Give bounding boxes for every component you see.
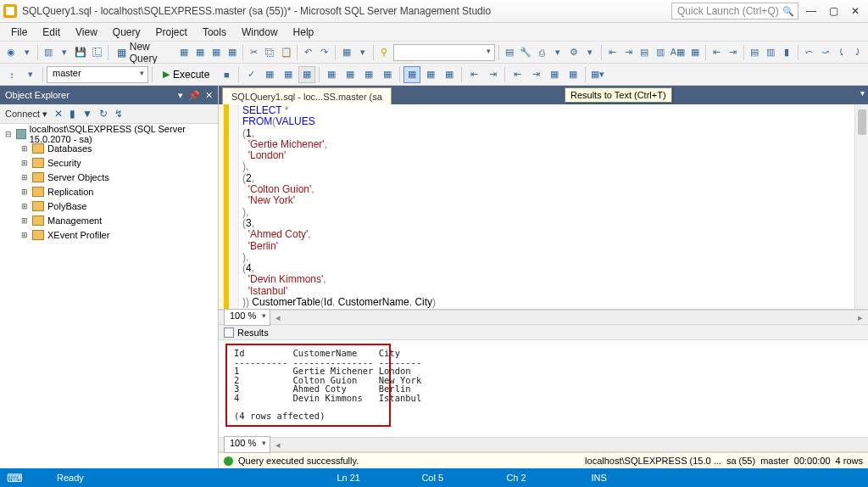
tb-icon-k[interactable]: ▾ bbox=[583, 44, 598, 61]
tb-icon-n[interactable]: ⇤ bbox=[709, 44, 724, 61]
expand-icon[interactable]: ⊞ bbox=[20, 159, 29, 167]
tb-icon-j[interactable]: ⚙ bbox=[567, 44, 581, 61]
undo-icon[interactable]: ↶ bbox=[301, 44, 315, 61]
menu-query[interactable]: Query bbox=[105, 24, 148, 41]
collapse-icon[interactable]: ⊟ bbox=[5, 130, 13, 138]
menu-help[interactable]: Help bbox=[286, 24, 322, 41]
panel-pin-icon[interactable]: 📌 bbox=[188, 90, 200, 101]
expand-icon[interactable]: ⊞ bbox=[20, 173, 29, 182]
redo-icon[interactable]: ↷ bbox=[317, 44, 331, 61]
zoom-combo-bottom[interactable]: 100 % bbox=[224, 436, 270, 453]
client-stats-icon[interactable]: ▦ bbox=[360, 66, 377, 83]
expand-icon[interactable]: ⊞ bbox=[20, 216, 29, 225]
activity-monitor-icon[interactable]: 🔧 bbox=[519, 44, 533, 61]
live-stats-icon[interactable]: ▦ bbox=[342, 66, 359, 83]
tb-icon-a[interactable]: ▦ bbox=[176, 44, 191, 61]
estimated-plan-icon[interactable]: ▦ bbox=[261, 66, 278, 83]
menu-file[interactable]: File bbox=[3, 24, 35, 41]
tb-icon-g[interactable]: ⚲ bbox=[377, 44, 392, 61]
maximize-button[interactable]: ▢ bbox=[824, 3, 843, 20]
stop-icon[interactable]: ▮ bbox=[70, 108, 75, 120]
close-button[interactable]: ✕ bbox=[846, 3, 865, 20]
tb-icon-r[interactable]: ⤺ bbox=[802, 44, 816, 61]
tb-icon-f[interactable]: ▾ bbox=[355, 44, 370, 61]
results-tab[interactable]: Results bbox=[219, 325, 868, 340]
tb2-icon-d[interactable]: ⇤ bbox=[509, 66, 526, 83]
tb-icon-b[interactable]: ▦ bbox=[192, 44, 207, 61]
tb-icon-l[interactable]: A▦ bbox=[670, 44, 686, 61]
tree-server-node[interactable]: ⊟ localhost\SQLEXPRESS (SQL Server 15.0.… bbox=[5, 126, 218, 141]
tree-folder-server-objects[interactable]: ⊞Server Objects bbox=[5, 170, 218, 184]
query-options-icon[interactable]: ▦ bbox=[280, 66, 297, 83]
comment-selection-icon[interactable]: ⇤ bbox=[465, 66, 482, 83]
uncomment-selection-icon[interactable]: ⇥ bbox=[484, 66, 501, 83]
menu-edit[interactable]: Edit bbox=[35, 24, 68, 41]
uncomment-icon[interactable]: ▥ bbox=[654, 44, 668, 61]
tb-icon-o[interactable]: ⇥ bbox=[726, 44, 740, 61]
vertical-scrollbar[interactable] bbox=[854, 104, 868, 309]
disconnect-icon[interactable]: ✕ bbox=[54, 108, 63, 120]
expand-icon[interactable]: ⊞ bbox=[20, 202, 29, 210]
tb-icon-s[interactable]: ⤻ bbox=[818, 44, 832, 61]
copy-icon[interactable]: ⿻ bbox=[263, 44, 277, 61]
oe-tb-icon[interactable]: ↯ bbox=[114, 108, 123, 120]
tree-folder-management[interactable]: ⊞Management bbox=[5, 213, 218, 227]
expand-icon[interactable]: ⊞ bbox=[20, 144, 29, 153]
tb-icon-e[interactable]: ▦ bbox=[339, 44, 353, 61]
tb2-icon-h[interactable]: ▦▾ bbox=[589, 66, 606, 83]
new-query-button[interactable]: ▦New Query bbox=[112, 41, 175, 64]
panel-close-icon[interactable]: ✕ bbox=[205, 90, 213, 101]
results-to-grid-button[interactable]: ▦ bbox=[422, 66, 439, 83]
quick-launch-input[interactable]: Quick Launch (Ctrl+Q) 🔍 bbox=[671, 3, 798, 20]
parse-icon[interactable]: ✓ bbox=[242, 66, 259, 83]
tb2-icon-c[interactable]: ▦ bbox=[379, 66, 396, 83]
menu-tools[interactable]: Tools bbox=[195, 24, 234, 41]
panel-dropdown-icon[interactable]: ▾ bbox=[178, 90, 183, 101]
refresh-icon[interactable]: ↻ bbox=[99, 108, 108, 120]
tree-folder-security[interactable]: ⊞Security bbox=[5, 155, 218, 170]
results-pane[interactable]: Id CustomerName City ---------- --------… bbox=[219, 340, 868, 437]
actual-plan-icon[interactable]: ▦ bbox=[323, 66, 340, 83]
tb2-icon-b[interactable]: ▾ bbox=[22, 66, 39, 83]
open-icon[interactable]: ▾ bbox=[58, 44, 72, 61]
object-explorer-tree[interactable]: ⊟ localhost\SQLEXPRESS (SQL Server 15.0.… bbox=[0, 124, 218, 468]
results-to-file-button[interactable]: ▦ bbox=[441, 66, 458, 83]
tb-icon-p[interactable]: ▤ bbox=[748, 44, 762, 61]
menu-view[interactable]: View bbox=[68, 24, 105, 41]
sql-editor[interactable]: SELECT *FROM(VALUES(1, 'Gertie Michener'… bbox=[219, 104, 868, 310]
intellisense-icon[interactable]: ▦ bbox=[298, 66, 315, 83]
comment-icon[interactable]: ▤ bbox=[637, 44, 652, 61]
tb-icon-c[interactable]: ▦ bbox=[209, 44, 223, 61]
results-to-text-button[interactable]: ▦ bbox=[403, 66, 420, 83]
indent-right-icon[interactable]: ⇥ bbox=[621, 44, 636, 61]
stop-icon[interactable]: ■ bbox=[218, 66, 235, 83]
tb2-icon-a[interactable]: ↕ bbox=[3, 66, 20, 83]
registered-servers-icon[interactable]: ▤ bbox=[503, 44, 517, 61]
tb-icon-d[interactable]: ▦ bbox=[225, 44, 239, 61]
connect-button[interactable]: Connect ▾ bbox=[5, 109, 47, 120]
menu-window[interactable]: Window bbox=[234, 24, 286, 41]
tb2-icon-e[interactable]: ⇥ bbox=[527, 66, 544, 83]
paste-icon[interactable]: 📋 bbox=[279, 44, 293, 61]
minimize-button[interactable]: — bbox=[802, 3, 821, 20]
tb2-icon-g[interactable]: ▦ bbox=[565, 66, 581, 83]
indent-left-icon[interactable]: ⇤ bbox=[605, 44, 620, 61]
tabstrip-dropdown-icon[interactable]: ▾ bbox=[860, 88, 865, 98]
tb-icon-t[interactable]: ⤹ bbox=[834, 44, 849, 61]
tree-folder-polybase[interactable]: ⊞PolyBase bbox=[5, 199, 218, 213]
cut-icon[interactable]: ✂ bbox=[247, 44, 261, 61]
expand-icon[interactable]: ⊞ bbox=[20, 231, 29, 239]
filter-icon[interactable]: ▼ bbox=[82, 108, 92, 120]
tree-folder-replication[interactable]: ⊞Replication bbox=[5, 184, 218, 199]
execute-button[interactable]: ▶ Execute bbox=[156, 69, 216, 81]
nav-fwd-icon[interactable]: ▾ bbox=[19, 44, 34, 61]
zoom-combo-top[interactable]: 100 % bbox=[224, 309, 270, 326]
database-selector[interactable]: master bbox=[47, 66, 148, 83]
new-project-icon[interactable]: ▥ bbox=[42, 44, 56, 61]
expand-icon[interactable]: ⊞ bbox=[20, 188, 29, 196]
tb-icon-h[interactable]: ⎙ bbox=[535, 44, 549, 61]
tb-icon-q[interactable]: ▥ bbox=[764, 44, 778, 61]
document-tab[interactable]: SQLQuery1.sql - loc...SS.master (sa bbox=[222, 87, 392, 104]
find-combo[interactable] bbox=[393, 44, 495, 61]
tb2-icon-f[interactable]: ▦ bbox=[546, 66, 563, 83]
